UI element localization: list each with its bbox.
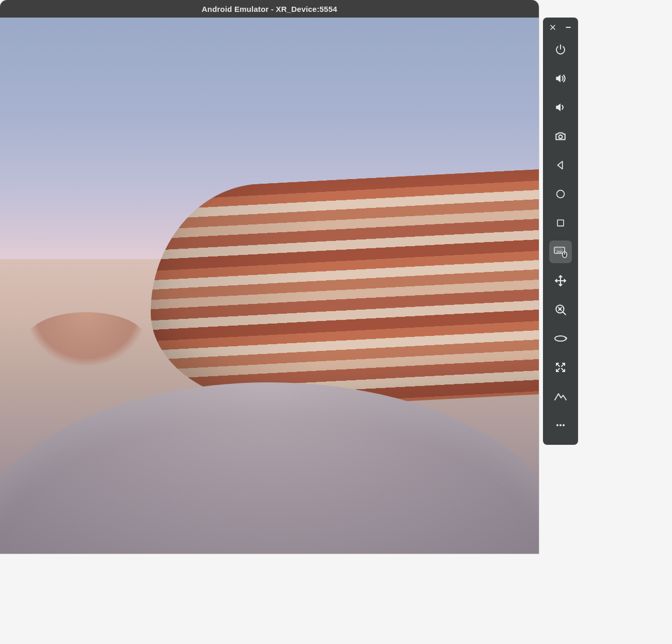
mouse-keyboard-button[interactable]	[549, 240, 572, 263]
svg-rect-2	[557, 220, 564, 226]
more-icon	[554, 419, 567, 431]
viewport-interaction-surface[interactable]	[0, 18, 539, 554]
overview-square-icon	[555, 218, 566, 228]
dolly-zoom-icon	[554, 303, 567, 316]
volume-down-button[interactable]	[549, 96, 572, 119]
back-icon	[555, 159, 566, 171]
svg-point-0	[559, 135, 563, 139]
close-icon	[550, 24, 556, 30]
close-button[interactable]	[547, 22, 558, 33]
pan-move-icon	[554, 274, 567, 287]
overview-button[interactable]	[549, 212, 572, 234]
svg-point-7	[559, 424, 562, 426]
emulator-window: Android Emulator - XR_Device:5554	[0, 0, 539, 554]
emulator-viewport	[0, 18, 539, 554]
window-titlebar[interactable]: Android Emulator - XR_Device:5554	[0, 0, 539, 18]
back-button[interactable]	[549, 154, 572, 176]
dolly-button[interactable]	[549, 298, 572, 321]
power-icon	[554, 43, 567, 56]
environment-icon	[554, 391, 567, 402]
screenshot-button[interactable]	[549, 125, 572, 148]
volume-up-button[interactable]	[549, 67, 572, 90]
keyboard-mouse-icon	[553, 245, 568, 259]
home-button[interactable]	[549, 183, 572, 205]
environment-button[interactable]	[549, 385, 572, 408]
home-circle-icon	[555, 188, 566, 200]
volume-up-icon	[554, 72, 567, 85]
svg-point-6	[556, 424, 558, 426]
more-button[interactable]	[549, 414, 572, 437]
emulator-toolbar	[543, 18, 578, 445]
pan-button[interactable]	[549, 269, 572, 292]
reset-view-button[interactable]	[549, 356, 572, 379]
volume-down-icon	[554, 101, 567, 114]
rotate-button[interactable]	[549, 327, 572, 350]
rotate-orbit-icon	[553, 333, 568, 344]
power-button[interactable]	[549, 38, 572, 61]
reset-view-icon	[554, 361, 567, 374]
minimize-button[interactable]	[563, 22, 574, 33]
svg-point-1	[557, 190, 565, 198]
svg-point-8	[563, 424, 565, 426]
window-title: Android Emulator - XR_Device:5554	[202, 5, 338, 13]
camera-icon	[554, 130, 567, 143]
toolbar-window-controls	[546, 21, 575, 35]
minimize-icon	[565, 24, 571, 30]
